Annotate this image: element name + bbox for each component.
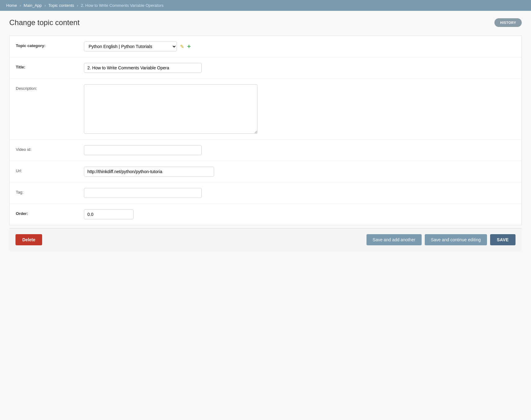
description-textarea[interactable]: [84, 84, 257, 134]
tag-label: Tag:: [16, 188, 84, 195]
form-container: Topic category: Python English | Python …: [9, 36, 522, 225]
video-id-field: [84, 145, 515, 155]
action-bar: Delete Save and add another Save and con…: [9, 228, 522, 251]
video-id-row: Video id:: [10, 140, 521, 161]
breadcrumb-sep-1: ›: [20, 3, 21, 8]
delete-button[interactable]: Delete: [15, 234, 42, 245]
title-label: Title:: [16, 63, 84, 69]
tag-row: Tag:: [10, 182, 521, 204]
description-field: [84, 84, 515, 134]
topic-category-field: Python English | Python Tutorials ✎ +: [84, 42, 515, 51]
save-continue-button[interactable]: Save and continue editing: [425, 234, 487, 245]
title-field: [84, 63, 515, 73]
topic-category-label: Topic category:: [16, 42, 84, 48]
video-id-input[interactable]: [84, 145, 202, 155]
breadcrumb-topic-contents[interactable]: Topic contents: [48, 3, 74, 8]
breadcrumb-sep-3: ›: [77, 3, 78, 8]
topic-category-select[interactable]: Python English | Python Tutorials: [84, 42, 177, 51]
order-row: Order:: [10, 204, 521, 225]
page-title: Change topic content: [9, 18, 80, 27]
breadcrumb-current: 2. How to Write Comments Variable Operat…: [81, 3, 164, 8]
add-icon[interactable]: +: [187, 43, 191, 50]
order-field: [84, 209, 515, 219]
topic-category-row: Topic category: Python English | Python …: [10, 36, 521, 57]
description-label: Description:: [16, 84, 84, 91]
url-input[interactable]: [84, 167, 214, 177]
url-row: Url:: [10, 161, 521, 182]
order-input[interactable]: [84, 209, 134, 219]
breadcrumb-bar: Home › Main_App › Topic contents › 2. Ho…: [0, 0, 531, 11]
breadcrumb-main-app[interactable]: Main_App: [24, 3, 42, 8]
breadcrumb-home[interactable]: Home: [6, 3, 17, 8]
history-button[interactable]: HISTORY: [494, 18, 522, 27]
url-field: [84, 167, 515, 177]
video-id-label: Video id:: [16, 145, 84, 152]
tag-field: [84, 188, 515, 198]
tag-input[interactable]: [84, 188, 202, 198]
save-buttons: Save and add another Save and continue e…: [366, 234, 516, 245]
url-label: Url:: [16, 167, 84, 173]
description-row: Description:: [10, 79, 521, 140]
title-input[interactable]: [84, 63, 202, 73]
save-add-another-button[interactable]: Save and add another: [366, 234, 422, 245]
order-label: Order:: [16, 209, 84, 216]
breadcrumb-sep-2: ›: [44, 3, 46, 8]
page-header: Change topic content HISTORY: [9, 18, 522, 27]
page-container: Change topic content HISTORY Topic categ…: [0, 11, 531, 418]
title-row: Title:: [10, 57, 521, 79]
edit-icon[interactable]: ✎: [180, 44, 184, 50]
save-button[interactable]: SAVE: [490, 234, 516, 245]
